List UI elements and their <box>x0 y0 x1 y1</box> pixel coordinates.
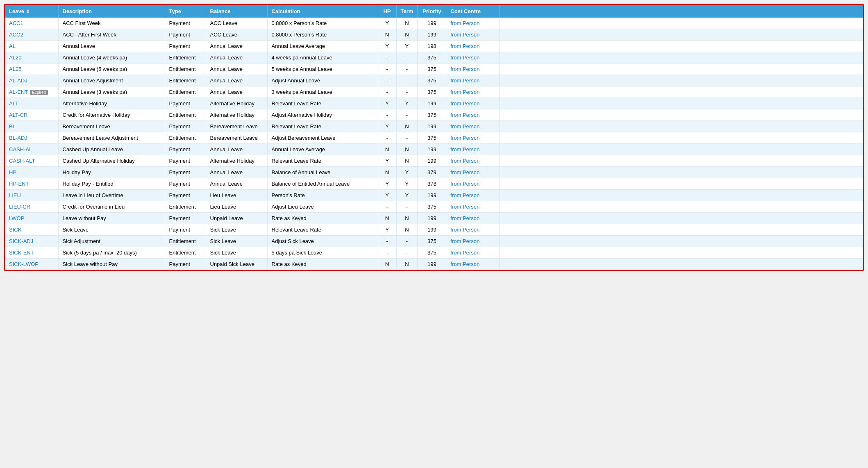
description-cell: Sick Leave <box>58 224 165 236</box>
leave-code-link[interactable]: ALT <box>9 100 18 107</box>
cost-centre-link[interactable]: from Person <box>450 89 479 95</box>
priority-cell: 199 <box>418 155 446 167</box>
extra-cell <box>500 178 863 190</box>
leave-code-link[interactable]: ALT-CR <box>9 112 27 118</box>
cost-centre-link[interactable]: from Person <box>450 181 479 187</box>
cost-centre-link[interactable]: from Person <box>450 112 479 118</box>
balance-cell: Annual Leave <box>206 178 267 190</box>
table-row: AL-ENTExpiredAnnual Leave (3 weeks pa)En… <box>5 86 863 98</box>
leave-code-link[interactable]: CASH-AL <box>9 146 32 152</box>
leave-code-link[interactable]: SICK <box>9 227 21 233</box>
leave-code-link[interactable]: SICK-ENT <box>9 250 34 256</box>
cost-centre-link[interactable]: from Person <box>450 227 479 233</box>
cost-centre-cell: from Person <box>446 213 500 224</box>
cost-centre-link[interactable]: from Person <box>450 123 479 129</box>
leave-code-link[interactable]: CASH-ALT <box>9 158 35 164</box>
type-cell: Entitlement <box>165 86 206 98</box>
cost-centre-cell: from Person <box>446 75 500 86</box>
priority-cell: 199 <box>418 98 446 109</box>
table-row: SICK-ENTSick (5 days pa / max. 20 days)E… <box>5 247 863 259</box>
description-cell: Sick Leave without Pay <box>58 259 165 270</box>
cost-centre-link[interactable]: from Person <box>450 238 479 244</box>
cost-centre-link[interactable]: from Person <box>450 43 479 49</box>
extra-cell <box>500 121 863 132</box>
leave-code-link[interactable]: LIEU-CR <box>9 204 30 210</box>
type-cell: Payment <box>165 121 206 132</box>
leave-code-link[interactable]: AL <box>9 43 16 49</box>
leave-code-link[interactable]: LWOP <box>9 215 24 221</box>
cost-centre-cell: from Person <box>446 64 500 75</box>
extra-cell <box>500 86 863 98</box>
description-cell: Cashed Up Alternative Holiday <box>58 155 165 167</box>
balance-cell: Bereavement Leave <box>206 121 267 132</box>
cost-centre-link[interactable]: from Person <box>450 204 479 210</box>
cost-centre-link[interactable]: from Person <box>450 32 479 38</box>
sort-arrow-icon: ⇕ <box>26 9 30 14</box>
leave-code-link[interactable]: SICK-LWOP <box>9 261 39 267</box>
extra-cell <box>500 247 863 259</box>
cost-centre-link[interactable]: from Person <box>450 66 479 72</box>
leave-code-link[interactable]: ACC2 <box>9 32 23 38</box>
leave-code-link[interactable]: SICK-ADJ <box>9 238 33 244</box>
hp-cell: N <box>378 144 396 155</box>
priority-cell: 375 <box>418 236 446 247</box>
calculation-cell: Adjust Bereavement Leave <box>267 132 378 144</box>
cost-centre-link[interactable]: from Person <box>450 146 479 152</box>
balance-cell: Annual Leave <box>206 64 267 75</box>
table-row: LIEULeave in Lieu of OvertimePaymentLieu… <box>5 190 863 201</box>
leave-code-link[interactable]: BL <box>9 123 16 129</box>
cost-centre-link[interactable]: from Person <box>450 169 479 175</box>
leave-code-cell: LIEU <box>5 190 58 201</box>
leave-code-link[interactable]: AL25 <box>9 66 21 72</box>
balance-cell: Alternative Holiday <box>206 98 267 109</box>
table-header: Leave⇕DescriptionTypeBalanceCalculationH… <box>5 5 863 18</box>
type-cell: Payment <box>165 167 206 178</box>
type-cell: Payment <box>165 190 206 201</box>
cost-centre-link[interactable]: from Person <box>450 215 479 221</box>
leave-code-link[interactable]: AL-ADJ <box>9 77 27 84</box>
term-cell: N <box>396 224 418 236</box>
column-header-extra <box>500 5 863 18</box>
leave-code-link[interactable]: HP-ENT <box>9 181 29 187</box>
priority-cell: 379 <box>418 167 446 178</box>
cost-centre-link[interactable]: from Person <box>450 250 479 256</box>
balance-cell: Alternative Holiday <box>206 109 267 121</box>
calculation-cell: 5 days pa Sick Leave <box>267 247 378 259</box>
term-cell: N <box>396 29 418 41</box>
type-cell: Entitlement <box>165 236 206 247</box>
leave-code-link[interactable]: AL-ENT <box>9 89 28 95</box>
cost-centre-link[interactable]: from Person <box>450 20 479 26</box>
balance-cell: Lieu Leave <box>206 201 267 213</box>
priority-cell: 375 <box>418 247 446 259</box>
cost-centre-link[interactable]: from Person <box>450 55 479 61</box>
cost-centre-cell: from Person <box>446 178 500 190</box>
leave-code-link[interactable]: AL20 <box>9 55 21 61</box>
leave-code-cell: HP-ENT <box>5 178 58 190</box>
extra-cell <box>500 201 863 213</box>
column-header-priority: Priority <box>418 5 446 18</box>
leave-code-cell: AL-ADJ <box>5 75 58 86</box>
cost-centre-link[interactable]: from Person <box>450 192 479 198</box>
description-cell: Leave without Pay <box>58 213 165 224</box>
cost-centre-cell: from Person <box>446 167 500 178</box>
leave-code-link[interactable]: LIEU <box>9 192 21 198</box>
description-cell: Annual Leave Adjustment <box>58 75 165 86</box>
leave-code-link[interactable]: ACC1 <box>9 20 23 26</box>
cost-centre-link[interactable]: from Person <box>450 77 479 84</box>
leave-code-link[interactable]: HP <box>9 169 16 175</box>
hp-cell: - <box>378 247 396 259</box>
column-header-leave[interactable]: Leave⇕ <box>5 5 58 18</box>
cost-centre-link[interactable]: from Person <box>450 135 479 141</box>
type-cell: Payment <box>165 213 206 224</box>
hp-cell: - <box>378 109 396 121</box>
table-row: CASH-ALCashed Up Annual LeavePaymentAnnu… <box>5 144 863 155</box>
description-cell: Holiday Pay <box>58 167 165 178</box>
leave-code-link[interactable]: BL-ADJ <box>9 135 27 141</box>
cost-centre-link[interactable]: from Person <box>450 261 479 267</box>
calculation-cell: Annual Leave Average <box>267 41 378 52</box>
term-cell: N <box>396 121 418 132</box>
cost-centre-link[interactable]: from Person <box>450 100 479 107</box>
cost-centre-link[interactable]: from Person <box>450 158 479 164</box>
priority-cell: 199 <box>418 213 446 224</box>
column-header-hp: HP <box>378 5 396 18</box>
